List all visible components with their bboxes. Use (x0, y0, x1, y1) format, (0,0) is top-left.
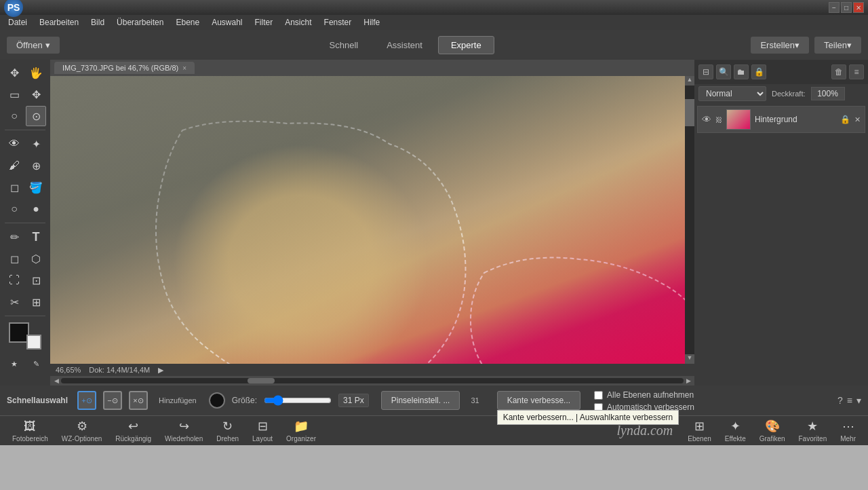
dodge-tool[interactable]: ○ (4, 199, 24, 219)
minimize-button[interactable]: − (829, 2, 840, 13)
effekte-btn[interactable]: ✦ Effekte (719, 416, 751, 445)
scroll-up-btn[interactable]: ▲ (685, 76, 694, 86)
effekte-icon: ✦ (730, 419, 741, 434)
rotate-btn[interactable]: ↻ Drehen (211, 416, 244, 445)
background-color[interactable] (26, 335, 41, 350)
canvas-wrapper[interactable]: ▲ ▼ (50, 76, 694, 364)
wz-optionen-btn[interactable]: ⚙ WZ-Optionen (56, 416, 107, 445)
undo-btn[interactable]: ↩ Rückgängig (110, 416, 157, 445)
layout-btn[interactable]: ⊟ Layout (247, 416, 278, 445)
mask-paint-btn[interactable]: ✎ (26, 354, 46, 374)
content-aware-tool[interactable]: ✂ (4, 292, 24, 312)
zoom-tool-lr[interactable]: 🖐 (26, 62, 46, 83)
tool-row-11: ✂ ⊞ (4, 292, 46, 312)
mode-schnell[interactable]: Schnell (317, 36, 372, 54)
menu-datei[interactable]: Datei (3, 16, 33, 29)
panel-menu-btn[interactable]: ≡ (849, 64, 864, 79)
maximize-button[interactable]: □ (841, 2, 852, 13)
brush-tool[interactable]: 🖌 (4, 155, 24, 176)
scroll-right-btn[interactable]: ▶ (684, 377, 693, 384)
menu-auswahl[interactable]: Auswahl (206, 16, 248, 29)
auto-enhance-row: Automatisch verbessern (594, 402, 694, 412)
size-slider[interactable] (264, 395, 332, 406)
pen-tool[interactable]: ✏ (4, 227, 24, 247)
share-button[interactable]: Teilen▾ (814, 37, 861, 54)
quick-mask-btn[interactable]: ★ (4, 354, 24, 374)
refine-edge-btn[interactable]: Kante verbesse... (497, 391, 580, 410)
clone-stamp-tool[interactable]: ⊕ (26, 155, 46, 176)
organizer-btn[interactable]: 📁 Organizer (281, 416, 321, 445)
panel-icon-3[interactable]: 🖿 (734, 64, 749, 79)
h-scroll-thumb[interactable] (248, 378, 275, 383)
auto-enhance-checkbox[interactable] (594, 403, 603, 412)
favoriten-btn[interactable]: ★ Favoriten (793, 416, 833, 445)
panel-delete-btn[interactable]: 🗑 (831, 64, 846, 79)
menu-bearbeiten[interactable]: Bearbeiten (34, 16, 84, 29)
eraser-tool[interactable]: ◻ (4, 177, 24, 197)
titlebar-controls: − □ ✕ (829, 2, 864, 13)
help-icon[interactable]: ? (837, 395, 843, 406)
lasso-tool[interactable]: ○ (4, 106, 24, 126)
scroll-thumb[interactable] (685, 99, 694, 126)
redo-btn[interactable]: ↪ Wiederholen (159, 416, 208, 445)
options-expand-icon[interactable]: ▾ (856, 395, 861, 406)
type-tool[interactable]: T (26, 227, 46, 247)
menu-filter[interactable]: Filter (250, 16, 279, 29)
add-to-selection-btn[interactable]: +⊙ (77, 391, 96, 410)
scroll-down-btn[interactable]: ▼ (685, 354, 694, 364)
redo-label: Wiederholen (165, 435, 203, 442)
custom-shape-tool[interactable]: ⬡ (26, 248, 46, 269)
color-replace-tool[interactable]: ✦ (26, 134, 46, 154)
quick-mask-row: ★ ✎ (4, 354, 46, 374)
paint-bucket-tool[interactable]: 🪣 (26, 177, 46, 197)
mode-experte[interactable]: Experte (438, 36, 494, 54)
status-arrow[interactable]: ▶ (158, 366, 163, 375)
tab-close-btn[interactable]: × (182, 64, 186, 72)
perspective-crop[interactable]: ⊡ (26, 270, 46, 290)
menu-ansicht[interactable]: Ansicht (279, 16, 317, 29)
recompose-tool[interactable]: ⊞ (26, 292, 46, 312)
brush-preview[interactable] (209, 392, 225, 409)
ebenen-btn[interactable]: ⊞ Ebenen (682, 416, 716, 445)
close-button[interactable]: ✕ (853, 2, 864, 13)
panel-icon-1[interactable]: ⊟ (698, 64, 713, 79)
menu-ueberarbeiten[interactable]: Überarbeiten (111, 16, 169, 29)
menu-fenster[interactable]: Fenster (319, 16, 357, 29)
blend-mode-row: Normal Deckkraft: 100% (694, 84, 868, 103)
shape-tool[interactable]: ◻ (4, 248, 24, 269)
eyedropper-tool[interactable]: 👁 (4, 134, 24, 154)
fotobereich-btn[interactable]: 🖼 Fotobereich (7, 417, 54, 445)
layer-options-icon[interactable]: ✕ (854, 115, 861, 124)
canvas-tab[interactable]: IMG_7370.JPG bei 46,7% (RGB/8) × (54, 62, 195, 74)
menu-bild[interactable]: Bild (85, 16, 110, 29)
blur-tool[interactable]: ● (26, 199, 46, 219)
rotate-icon: ↻ (222, 419, 233, 434)
undo-icon: ↩ (128, 419, 138, 434)
brush-settings-btn[interactable]: Pinseleinstell. ... (381, 391, 460, 410)
intersect-selection-btn[interactable]: ×⊙ (129, 391, 148, 410)
create-button[interactable]: Erstellen▾ (751, 37, 809, 54)
rect-select-tool[interactable]: ▭ (4, 84, 24, 105)
quick-select-tool[interactable]: ⊙ (26, 106, 46, 126)
grafiken-btn[interactable]: 🎨 Grafiken (754, 416, 791, 445)
remove-from-selection-btn[interactable]: −⊙ (103, 391, 122, 410)
blend-mode-select[interactable]: Normal (698, 86, 766, 101)
panel-icon-lock[interactable]: 🔒 (751, 64, 766, 79)
crop-tool[interactable]: ⛶ (4, 270, 24, 290)
layer-visibility-icon[interactable]: 👁 (702, 114, 711, 125)
scroll-left-btn[interactable]: ◀ (52, 377, 61, 384)
all-layers-checkbox[interactable] (594, 391, 603, 400)
horizontal-scrollbar[interactable]: ◀ ▶ (50, 376, 694, 385)
opacity-value[interactable]: 100% (811, 87, 845, 100)
menu-ebene[interactable]: Ebene (170, 16, 205, 29)
mode-assistent[interactable]: Assistent (374, 36, 435, 54)
options-list-icon[interactable]: ≡ (847, 395, 852, 406)
vertical-scrollbar[interactable]: ▲ ▼ (685, 76, 694, 364)
mehr-btn[interactable]: ⋯ Mehr (835, 416, 861, 445)
move-tool-2[interactable]: ✥ (26, 84, 46, 105)
move-tool[interactable]: ✥ (4, 62, 24, 83)
layer-hintergrund[interactable]: 👁 ⛓ Hintergrund 🔒 ✕ (697, 106, 865, 133)
menu-hilfe[interactable]: Hilfe (358, 16, 385, 29)
panel-icon-2[interactable]: 🔍 (716, 64, 731, 79)
open-button[interactable]: Öffnen ▾ (7, 37, 60, 54)
